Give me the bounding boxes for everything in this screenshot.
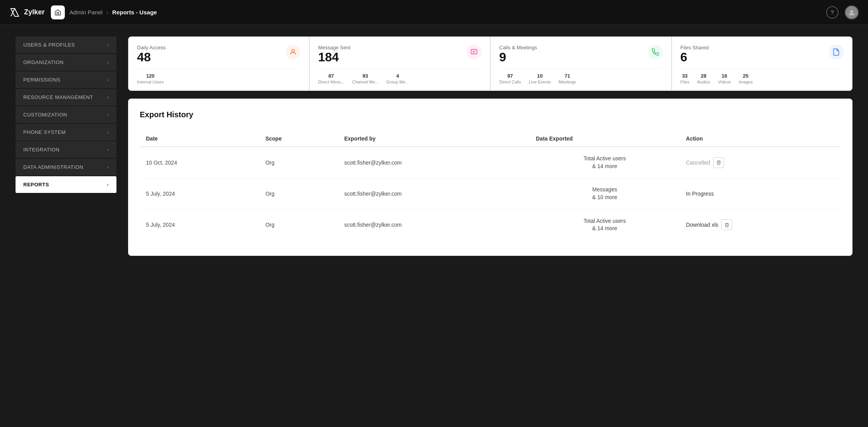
sidebar: USERS & PROFILES › ORGANIZATION › PERMIS… xyxy=(16,36,116,415)
svg-point-2 xyxy=(292,49,294,52)
action-cell: Download xls xyxy=(686,219,835,230)
stat-card-title: Daily Access xyxy=(137,45,166,50)
stat-card-value: 184 xyxy=(318,50,351,64)
sidebar-item-reports[interactable]: REPORTS › xyxy=(16,176,116,193)
stat-card-value: 9 xyxy=(499,50,537,64)
row-scope: Org xyxy=(259,147,338,178)
chevron-right-icon: › xyxy=(107,95,109,100)
stat-sub-value: 93 xyxy=(363,73,368,79)
chevron-right-icon: › xyxy=(107,60,109,65)
sidebar-item-customization[interactable]: CUSTOMIZATION › xyxy=(16,106,116,123)
action-label: Cancelled xyxy=(686,160,710,166)
main-layout: USERS & PROFILES › ORGANIZATION › PERMIS… xyxy=(0,25,868,427)
chevron-right-icon: › xyxy=(107,165,109,170)
nav-right: ? xyxy=(826,5,859,19)
row-scope: Org xyxy=(259,178,338,209)
table-row: 5 July, 2024 Org scott.fisher@zylker.com… xyxy=(140,178,841,209)
sidebar-item-users-profiles[interactable]: USERS & PROFILES › xyxy=(16,36,116,53)
stat-card-info: Message Sent 184 xyxy=(318,45,351,64)
stat-card-header: Message Sent 184 xyxy=(318,45,482,64)
action-label: Download xls xyxy=(686,222,718,228)
stat-sub-value: 16 xyxy=(722,73,727,79)
stat-sub-item: 16 Videos xyxy=(718,73,731,84)
sidebar-item-resource-management[interactable]: RESOURCE MANAGEMENT › xyxy=(16,89,116,106)
svg-point-1 xyxy=(850,10,853,12)
stat-card-info: Files Shared 6 xyxy=(681,45,709,64)
export-table-body: 10 Oct, 2024 Org scott.fisher@zylker.com… xyxy=(140,147,841,240)
stat-sub-label: Meetings xyxy=(559,80,576,84)
stat-sub-value: 25 xyxy=(743,73,748,79)
sidebar-item-permissions[interactable]: PERMISSIONS › xyxy=(16,71,116,88)
sidebar-item-label: DATA ADMINISTRATION xyxy=(23,164,83,170)
breadcrumb-admin: Admin Panel xyxy=(69,9,102,16)
stat-sub-item: 25 Images xyxy=(739,73,753,84)
chevron-right-icon: › xyxy=(107,182,109,187)
stat-sub-item: 71 Meetings xyxy=(559,73,576,84)
stat-sub-label: Live Events xyxy=(529,80,551,84)
sidebar-item-label: USERS & PROFILES xyxy=(23,42,75,48)
row-date: 10 Oct, 2024 xyxy=(140,147,259,178)
avatar[interactable] xyxy=(845,5,859,19)
stat-sub-item: 33 Files xyxy=(681,73,689,84)
row-action: In Progress xyxy=(680,178,841,209)
row-exported-by: scott.fisher@zylker.com xyxy=(338,178,530,209)
chevron-right-icon: › xyxy=(107,112,109,118)
export-history-section: Export History DateScopeExported byData … xyxy=(128,99,852,256)
stat-sub-label: Direct Calls xyxy=(499,80,521,84)
row-data-exported: Total Active users& 14 more xyxy=(529,147,680,178)
row-action: Cancelled xyxy=(680,147,841,178)
top-nav: Zylker Admin Panel › Reports - Usage ? xyxy=(0,0,868,25)
stat-card-sub: 87 Direct Mess... 93 Channel Me... 4 Gro… xyxy=(318,69,482,84)
stat-card-icon xyxy=(286,45,300,59)
sidebar-item-phone-system[interactable]: PHONE SYSTEM › xyxy=(16,124,116,141)
stat-sub-value: 120 xyxy=(146,73,155,79)
sidebar-item-label: PERMISSIONS xyxy=(23,77,61,83)
stat-card-value: 48 xyxy=(137,50,166,64)
export-table: DateScopeExported byData ExportedAction … xyxy=(140,131,841,240)
col-header-date: Date xyxy=(140,131,259,147)
stat-sub-item: 28 Audios xyxy=(697,73,710,84)
stat-card-header: Files Shared 6 xyxy=(681,45,844,64)
table-row: 5 July, 2024 Org scott.fisher@zylker.com… xyxy=(140,209,841,240)
svg-rect-3 xyxy=(471,49,477,54)
row-action: Download xls xyxy=(680,209,841,240)
row-exported-by: scott.fisher@zylker.com xyxy=(338,209,530,240)
row-exported-by: scott.fisher@zylker.com xyxy=(338,147,530,178)
chevron-right-icon: › xyxy=(107,130,109,135)
stat-card-icon xyxy=(648,45,663,59)
col-header-exported-by: Exported by xyxy=(338,131,530,147)
stat-sub-value: 4 xyxy=(396,73,399,79)
delete-button[interactable] xyxy=(721,219,732,230)
stat-card-daily-access: Daily Access 48 120 Internal Users xyxy=(128,37,309,90)
stat-sub-value: 10 xyxy=(537,73,542,79)
col-header-scope: Scope xyxy=(259,131,338,147)
stat-sub-value: 71 xyxy=(564,73,570,79)
col-header-data-exported: Data Exported xyxy=(529,131,680,147)
stat-sub-label: Videos xyxy=(718,80,731,84)
stat-sub-item: 87 Direct Mess... xyxy=(318,73,344,84)
sidebar-item-data-administration[interactable]: DATA ADMINISTRATION › xyxy=(16,159,116,175)
export-table-head: DateScopeExported byData ExportedAction xyxy=(140,131,841,147)
stat-sub-label: Files xyxy=(681,80,689,84)
stat-sub-label: Internal Users xyxy=(137,80,163,84)
stat-sub-item: 120 Internal Users xyxy=(137,73,163,84)
breadcrumb-current: Reports - Usage xyxy=(112,9,157,16)
sidebar-item-organization[interactable]: ORGANIZATION › xyxy=(16,54,116,71)
sidebar-item-integration[interactable]: INTEGRATION › xyxy=(16,141,116,158)
stat-card-files-shared: Files Shared 6 33 Files 28 Audios 16 Vid… xyxy=(672,37,852,90)
export-table-header-row: DateScopeExported byData ExportedAction xyxy=(140,131,841,147)
home-button[interactable] xyxy=(51,5,65,19)
row-data-exported: Messages& 10 more xyxy=(529,178,680,209)
sidebar-item-label: ORGANIZATION xyxy=(23,59,64,65)
delete-button[interactable] xyxy=(713,157,724,168)
stat-card-title: Message Sent xyxy=(318,45,351,50)
stat-sub-value: 87 xyxy=(328,73,334,79)
help-button[interactable]: ? xyxy=(826,6,838,19)
stat-card-info: Daily Access 48 xyxy=(137,45,166,64)
chevron-right-icon: › xyxy=(107,42,109,48)
stat-card-title: Files Shared xyxy=(681,45,709,50)
app-name: Zylker xyxy=(24,8,45,16)
stat-sub-label: Group Me... xyxy=(386,80,409,84)
stat-sub-item: 93 Channel Me... xyxy=(352,73,378,84)
export-history-title: Export History xyxy=(140,110,841,119)
